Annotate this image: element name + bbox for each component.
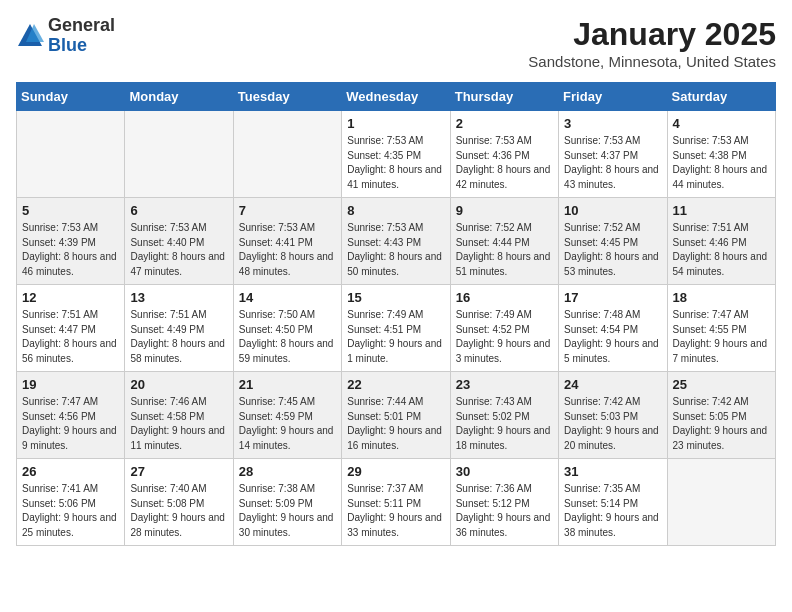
day-number: 7 <box>239 203 336 218</box>
day-info: Sunrise: 7:49 AM Sunset: 4:51 PM Dayligh… <box>347 308 444 366</box>
day-number: 4 <box>673 116 770 131</box>
day-header: Sunday <box>17 83 125 111</box>
day-number: 2 <box>456 116 553 131</box>
logo-icon <box>16 22 44 50</box>
calendar-day-cell: 15Sunrise: 7:49 AM Sunset: 4:51 PM Dayli… <box>342 285 450 372</box>
day-number: 22 <box>347 377 444 392</box>
calendar-day-cell: 19Sunrise: 7:47 AM Sunset: 4:56 PM Dayli… <box>17 372 125 459</box>
calendar-day-cell: 20Sunrise: 7:46 AM Sunset: 4:58 PM Dayli… <box>125 372 233 459</box>
day-number: 23 <box>456 377 553 392</box>
calendar-header-row: SundayMondayTuesdayWednesdayThursdayFrid… <box>17 83 776 111</box>
day-info: Sunrise: 7:45 AM Sunset: 4:59 PM Dayligh… <box>239 395 336 453</box>
day-info: Sunrise: 7:40 AM Sunset: 5:08 PM Dayligh… <box>130 482 227 540</box>
calendar-day-cell: 23Sunrise: 7:43 AM Sunset: 5:02 PM Dayli… <box>450 372 558 459</box>
logo-text: General Blue <box>48 16 115 56</box>
location-title: Sandstone, Minnesota, United States <box>528 53 776 70</box>
calendar-day-cell: 25Sunrise: 7:42 AM Sunset: 5:05 PM Dayli… <box>667 372 775 459</box>
day-number: 25 <box>673 377 770 392</box>
day-info: Sunrise: 7:47 AM Sunset: 4:56 PM Dayligh… <box>22 395 119 453</box>
calendar-day-cell: 1Sunrise: 7:53 AM Sunset: 4:35 PM Daylig… <box>342 111 450 198</box>
calendar-day-cell: 4Sunrise: 7:53 AM Sunset: 4:38 PM Daylig… <box>667 111 775 198</box>
day-info: Sunrise: 7:51 AM Sunset: 4:49 PM Dayligh… <box>130 308 227 366</box>
day-number: 13 <box>130 290 227 305</box>
day-header: Tuesday <box>233 83 341 111</box>
calendar-day-cell: 17Sunrise: 7:48 AM Sunset: 4:54 PM Dayli… <box>559 285 667 372</box>
title-area: January 2025 Sandstone, Minnesota, Unite… <box>528 16 776 70</box>
header: General Blue January 2025 Sandstone, Min… <box>16 16 776 70</box>
day-header: Saturday <box>667 83 775 111</box>
day-info: Sunrise: 7:46 AM Sunset: 4:58 PM Dayligh… <box>130 395 227 453</box>
day-info: Sunrise: 7:53 AM Sunset: 4:39 PM Dayligh… <box>22 221 119 279</box>
day-number: 31 <box>564 464 661 479</box>
day-number: 16 <box>456 290 553 305</box>
day-info: Sunrise: 7:48 AM Sunset: 4:54 PM Dayligh… <box>564 308 661 366</box>
day-number: 3 <box>564 116 661 131</box>
day-number: 21 <box>239 377 336 392</box>
day-info: Sunrise: 7:38 AM Sunset: 5:09 PM Dayligh… <box>239 482 336 540</box>
calendar-day-cell: 30Sunrise: 7:36 AM Sunset: 5:12 PM Dayli… <box>450 459 558 546</box>
day-info: Sunrise: 7:35 AM Sunset: 5:14 PM Dayligh… <box>564 482 661 540</box>
day-info: Sunrise: 7:41 AM Sunset: 5:06 PM Dayligh… <box>22 482 119 540</box>
day-info: Sunrise: 7:52 AM Sunset: 4:44 PM Dayligh… <box>456 221 553 279</box>
day-info: Sunrise: 7:42 AM Sunset: 5:05 PM Dayligh… <box>673 395 770 453</box>
calendar-day-cell: 9Sunrise: 7:52 AM Sunset: 4:44 PM Daylig… <box>450 198 558 285</box>
calendar-day-cell: 22Sunrise: 7:44 AM Sunset: 5:01 PM Dayli… <box>342 372 450 459</box>
day-info: Sunrise: 7:44 AM Sunset: 5:01 PM Dayligh… <box>347 395 444 453</box>
day-number: 30 <box>456 464 553 479</box>
day-number: 11 <box>673 203 770 218</box>
day-header: Thursday <box>450 83 558 111</box>
day-header: Wednesday <box>342 83 450 111</box>
logo: General Blue <box>16 16 115 56</box>
day-info: Sunrise: 7:49 AM Sunset: 4:52 PM Dayligh… <box>456 308 553 366</box>
calendar-day-cell: 18Sunrise: 7:47 AM Sunset: 4:55 PM Dayli… <box>667 285 775 372</box>
calendar-day-cell: 5Sunrise: 7:53 AM Sunset: 4:39 PM Daylig… <box>17 198 125 285</box>
calendar-day-cell: 27Sunrise: 7:40 AM Sunset: 5:08 PM Dayli… <box>125 459 233 546</box>
day-info: Sunrise: 7:43 AM Sunset: 5:02 PM Dayligh… <box>456 395 553 453</box>
day-number: 17 <box>564 290 661 305</box>
calendar-week-row: 19Sunrise: 7:47 AM Sunset: 4:56 PM Dayli… <box>17 372 776 459</box>
day-info: Sunrise: 7:42 AM Sunset: 5:03 PM Dayligh… <box>564 395 661 453</box>
day-number: 29 <box>347 464 444 479</box>
calendar-day-cell: 8Sunrise: 7:53 AM Sunset: 4:43 PM Daylig… <box>342 198 450 285</box>
day-number: 12 <box>22 290 119 305</box>
day-number: 6 <box>130 203 227 218</box>
calendar-day-cell <box>667 459 775 546</box>
calendar-day-cell: 29Sunrise: 7:37 AM Sunset: 5:11 PM Dayli… <box>342 459 450 546</box>
calendar-day-cell: 28Sunrise: 7:38 AM Sunset: 5:09 PM Dayli… <box>233 459 341 546</box>
day-info: Sunrise: 7:47 AM Sunset: 4:55 PM Dayligh… <box>673 308 770 366</box>
calendar-day-cell: 12Sunrise: 7:51 AM Sunset: 4:47 PM Dayli… <box>17 285 125 372</box>
calendar-day-cell: 26Sunrise: 7:41 AM Sunset: 5:06 PM Dayli… <box>17 459 125 546</box>
calendar-day-cell: 24Sunrise: 7:42 AM Sunset: 5:03 PM Dayli… <box>559 372 667 459</box>
calendar-day-cell: 2Sunrise: 7:53 AM Sunset: 4:36 PM Daylig… <box>450 111 558 198</box>
calendar-week-row: 26Sunrise: 7:41 AM Sunset: 5:06 PM Dayli… <box>17 459 776 546</box>
day-number: 15 <box>347 290 444 305</box>
day-info: Sunrise: 7:53 AM Sunset: 4:41 PM Dayligh… <box>239 221 336 279</box>
day-number: 18 <box>673 290 770 305</box>
day-number: 1 <box>347 116 444 131</box>
day-info: Sunrise: 7:53 AM Sunset: 4:35 PM Dayligh… <box>347 134 444 192</box>
day-info: Sunrise: 7:53 AM Sunset: 4:40 PM Dayligh… <box>130 221 227 279</box>
day-number: 14 <box>239 290 336 305</box>
day-info: Sunrise: 7:51 AM Sunset: 4:47 PM Dayligh… <box>22 308 119 366</box>
calendar-day-cell: 21Sunrise: 7:45 AM Sunset: 4:59 PM Dayli… <box>233 372 341 459</box>
day-info: Sunrise: 7:37 AM Sunset: 5:11 PM Dayligh… <box>347 482 444 540</box>
day-number: 24 <box>564 377 661 392</box>
logo-general: General <box>48 16 115 36</box>
calendar: SundayMondayTuesdayWednesdayThursdayFrid… <box>16 82 776 546</box>
day-info: Sunrise: 7:53 AM Sunset: 4:43 PM Dayligh… <box>347 221 444 279</box>
day-info: Sunrise: 7:52 AM Sunset: 4:45 PM Dayligh… <box>564 221 661 279</box>
calendar-day-cell: 7Sunrise: 7:53 AM Sunset: 4:41 PM Daylig… <box>233 198 341 285</box>
day-number: 9 <box>456 203 553 218</box>
calendar-day-cell <box>233 111 341 198</box>
calendar-day-cell: 14Sunrise: 7:50 AM Sunset: 4:50 PM Dayli… <box>233 285 341 372</box>
day-number: 19 <box>22 377 119 392</box>
day-info: Sunrise: 7:50 AM Sunset: 4:50 PM Dayligh… <box>239 308 336 366</box>
calendar-day-cell: 11Sunrise: 7:51 AM Sunset: 4:46 PM Dayli… <box>667 198 775 285</box>
day-info: Sunrise: 7:53 AM Sunset: 4:38 PM Dayligh… <box>673 134 770 192</box>
day-info: Sunrise: 7:53 AM Sunset: 4:36 PM Dayligh… <box>456 134 553 192</box>
day-number: 5 <box>22 203 119 218</box>
day-info: Sunrise: 7:36 AM Sunset: 5:12 PM Dayligh… <box>456 482 553 540</box>
month-title: January 2025 <box>528 16 776 53</box>
day-number: 10 <box>564 203 661 218</box>
day-header: Monday <box>125 83 233 111</box>
